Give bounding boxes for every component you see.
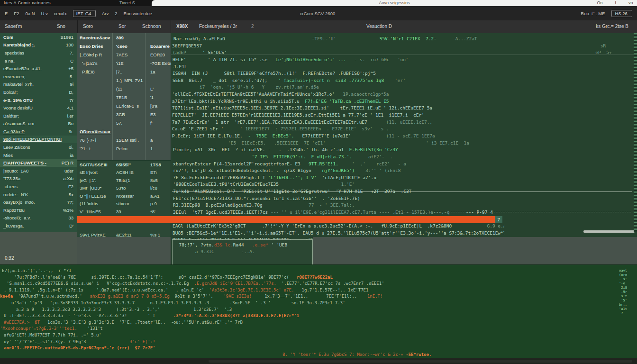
text-line: BU85 :BEF5&c5-1e*'1E.i'E1-.''i'-i.i.aaG5… (173, 230, 504, 237)
text-line: HELE' ' A-TIH 71. si t5* .se Le'jNG'L6IH… (171, 56, 634, 64)
col-header-1[interactable]: Saoet'm (5, 24, 22, 29)
titlebar-left-text: kies A Comir xatnaces (4, 0, 51, 5)
tab-menu[interactable]: On f vo. (597, 0, 634, 5)
main-tab-a[interactable]: X98X (176, 24, 188, 29)
grid-icon[interactable]: E (5, 11, 8, 16)
sidebar-row[interactable]: Baidter;i.er (0, 112, 77, 120)
col-header-1r[interactable]: Sno (57, 24, 65, 29)
app-window: kies A Comir xatnaces Tiveet S Aovo seig… (0, 0, 637, 364)
tree-row[interactable]: |..E8ird p R7AESEOR20 (77, 50, 171, 59)
sidebar-row[interactable]: Ga.93tceP9i. (0, 127, 77, 136)
text-line: u'3a'i ''p'3 ';u.3n3E333 1u3o3nucE3c3 33… (0, 300, 616, 307)
main-tab-b[interactable]: Fockeurryeles / 3r (199, 24, 237, 29)
toolbar-item[interactable]: U v (41, 11, 48, 16)
tree-row[interactable]: |eG |:1':7Bitc(18o5 (77, 176, 171, 184)
text-line: . 9.1.1119.' ,5g.1.n=E' (;7z.1s '.Qa7.ne… (0, 287, 616, 294)
tree-row[interactable]: 1.'j MPt. 7V1 (77, 76, 171, 84)
text-line: EAGl (LaEUtcEErK'Ek3t2'gBCT .7'!*'-Y Y '… (173, 223, 504, 230)
sidebar-row[interactable]: |soutto: 1A0uder (0, 167, 77, 175)
sidebar-row[interactable]: -sitocei3; a.v.33 (0, 214, 77, 222)
sidebar-row[interactable]: a na.C (0, 57, 77, 65)
tree-row[interactable]: 3Mr |UB3*53'toi/c8 (77, 184, 171, 192)
tree-row[interactable]: ODiervXesiuar (77, 127, 171, 136)
text-line: 78;!7', ?vto.d3& lc.Ra44 .e.se* ' 'UEB (173, 242, 312, 248)
toolbar-center-title: crCom SGV 2600 (223, 11, 412, 16)
divider (77, 20, 78, 33)
tree-row[interactable]: (11L' (77, 84, 171, 93)
filler-panel (77, 237, 171, 264)
tree-row[interactable]: O ''||TELEI1eNtxessara.A1 (77, 192, 171, 200)
tree-row[interactable]: S9v1 PvizKE&E2i:11%s 1 (77, 231, 171, 237)
text-line: '7u:7FBd7:.l'n'oe0's 76E si.397E.E:.c:.7… (0, 274, 616, 281)
check-icon: 2 (251, 24, 254, 29)
horizontal-scrollbar[interactable] (583, 230, 635, 233)
menu-item[interactable]: vo. (628, 0, 634, 5)
sidebar-row[interactable]: Miesia (0, 151, 77, 159)
sidebar-row[interactable]: eEuinoteB2o a.41.+5 (0, 64, 77, 73)
alert-row[interactable]: my? E.1A.FH17 9'161o06T TC1U 2 W'?? ' (b… (77, 216, 502, 223)
tree-row[interactable]: Eoso Dries'cseoEoaarere (77, 42, 171, 50)
tree-row[interactable]: 7E1B'1 (77, 93, 171, 101)
sidebar-row[interactable]: '773.35aa.Xib (0, 175, 77, 183)
text-line: 3EEul 't7T 1gcE.ucd3TEEEs.iECT(7cs --- '… (171, 209, 634, 216)
tree-row[interactable]: 57.f' (77, 118, 171, 127)
tree-row[interactable]: '?1: tPelcu1 (77, 144, 171, 153)
sidebar-row[interactable]: cLiensF2 (0, 182, 77, 191)
mode-box[interactable]: IET. G4. (73, 10, 96, 17)
alert-row-tab: 7 (495, 216, 502, 223)
section-divider (172, 191, 632, 192)
tree-row[interactable]: P.ilEI8|7..1a (77, 67, 171, 76)
toolbar-item[interactable]: Arv (102, 11, 109, 16)
text-line: U :T-3E!...3.3.3.3.3.3a - '-e'3.s -A?::3… (0, 313, 616, 319)
text-line: R3.31EEp98 B.pcE3sladUgcunE3.70g 77 - ' … (171, 202, 634, 209)
sidebar-row[interactable]: ComS1991 (0, 33, 77, 41)
tree-row[interactable]: LEricat-1 s[8'a (77, 101, 171, 110)
sidebar-row[interactable]: Leev Zalconsoi. (0, 143, 77, 151)
tree-row[interactable]: sE Ir|vortAC8H ISE7i (77, 169, 171, 177)
titlebar: kies A Comir xatnaces Tiveet S Aovo seig… (0, 0, 637, 6)
sidebar-row[interactable]: specistias7. (0, 49, 77, 57)
sidebar-row[interactable]: rudcte.: N'K5x (0, 191, 77, 199)
browser-tab[interactable]: Aovo seigessins On f vo. (152, 0, 637, 6)
col-header-2[interactable]: Soro (83, 24, 93, 29)
tree-row[interactable]: 76 } 7- i1SEM ssti .a (77, 136, 171, 144)
sidebar-row[interactable]: ecveracen;5. (0, 73, 77, 81)
sidebar-row[interactable]: maloavtel x7h.9i (0, 81, 77, 89)
tree-row[interactable]: (11 'inktissttxcorp-9 (77, 200, 171, 208)
sidebar-row[interactable]: oasyBXjo m0o.77; (0, 198, 77, 206)
minimap[interactable] (634, 33, 637, 232)
tree-row[interactable] (77, 223, 171, 231)
toolbar-item[interactable]: 2 (115, 11, 117, 16)
tree-row[interactable]: Raeotrue&aov309 (77, 33, 171, 42)
col-header-4[interactable]: Scbnoon (142, 24, 161, 29)
tree-row[interactable]: V'. 1ltksE539*8' (77, 208, 171, 216)
toolbar-item[interactable]: 0a N (25, 11, 35, 16)
sidebar-row[interactable]: Eolcal';D, (0, 88, 77, 96)
text-line: FQ7ELLE7' JE.EE7iEEE E57EEn'r1EE1EEE1E3.… (171, 112, 634, 119)
sidebar-row[interactable]: a'rsaimacS omBo (0, 120, 77, 128)
dashed-rule (394, 212, 631, 212)
tree-row[interactable]: '=|1a1's'i1E-7GE Eeta0l (77, 59, 171, 67)
sidebar-row[interactable]: _kuvesga.D' (0, 222, 77, 230)
terminal-log[interactable]: E7(;=.1.n.'(','..-,, r *?1'7u:7FBd7:.l'n… (0, 264, 637, 358)
menu-item[interactable]: f (615, 0, 616, 5)
sidebar-row[interactable]: e-S. 19% GTU7r (0, 96, 77, 104)
tree-row[interactable]: 3CRE3 (77, 110, 171, 118)
col-header-3[interactable]: Sor (118, 24, 126, 29)
sidebar-row[interactable]: RaptGTBu%3% (0, 206, 77, 214)
divider (171, 20, 171, 33)
sidebar-row[interactable]: Voone desiofU4,1 (0, 104, 77, 112)
run-button[interactable]: Eon wintentoe (124, 11, 152, 16)
text-line: a7Etr'lEa.bkt(ib.YcRRNG-tr9E.kthi u ih.s… (171, 98, 634, 105)
right-header[interactable]: ks Grc.= 2tse B (596, 24, 628, 29)
menu-item[interactable]: On (597, 0, 602, 5)
tree-row[interactable]: SGIT/USSEIII65i55l''1TS8 (77, 161, 171, 169)
toolbar-item[interactable]: cexxfx (54, 11, 67, 16)
text-line: '988EtEooT1xuEE3.tPU'tCrU3EmCoEfEuc7E35 … (171, 181, 634, 188)
hs-26-box[interactable]: HS 26- (611, 10, 632, 17)
sidebar-row[interactable]: EIAHYOFUWEET'S -PE) R (0, 159, 77, 167)
sidebar-row[interactable]: 98ol FIREEERPYLLPTONTIG! (0, 136, 77, 144)
sidebar-row[interactable]: Karetsbia(nd ;.100 (0, 41, 77, 49)
text-line: xbanfcynEstcur F(4-13sxrdol2F'rocugttrft… (171, 161, 634, 168)
f2-button[interactable]: F2 (14, 11, 19, 16)
